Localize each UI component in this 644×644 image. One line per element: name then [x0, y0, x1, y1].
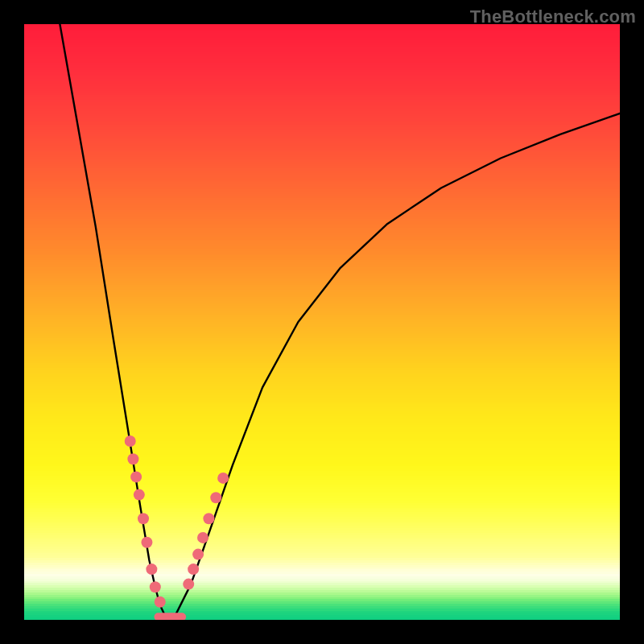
dash-marker: [197, 532, 208, 543]
watermark-text: TheBottleneck.com: [470, 6, 636, 27]
dash-marker: [150, 581, 161, 592]
dash-marker: [138, 513, 149, 524]
dash-marker: [125, 436, 136, 447]
dash-marker: [183, 579, 194, 590]
dash-marker: [127, 453, 138, 464]
dash-marker: [217, 473, 229, 484]
dash-marker: [203, 513, 214, 524]
curve-layer: [24, 24, 620, 620]
series-right-branch: [176, 114, 620, 614]
dash-marker: [134, 489, 145, 501]
dash-marker: [192, 549, 204, 560]
series-left-branch: [60, 24, 164, 614]
chart-frame: TheBottleneck.com: [0, 0, 644, 644]
dash-marker: [155, 597, 166, 608]
plot-area: [24, 24, 620, 620]
dash-marker: [141, 537, 152, 548]
dash-marker: [210, 492, 221, 503]
dash-marker: [130, 471, 142, 482]
dash-marker: [188, 564, 199, 575]
dash-marker: [146, 564, 157, 575]
